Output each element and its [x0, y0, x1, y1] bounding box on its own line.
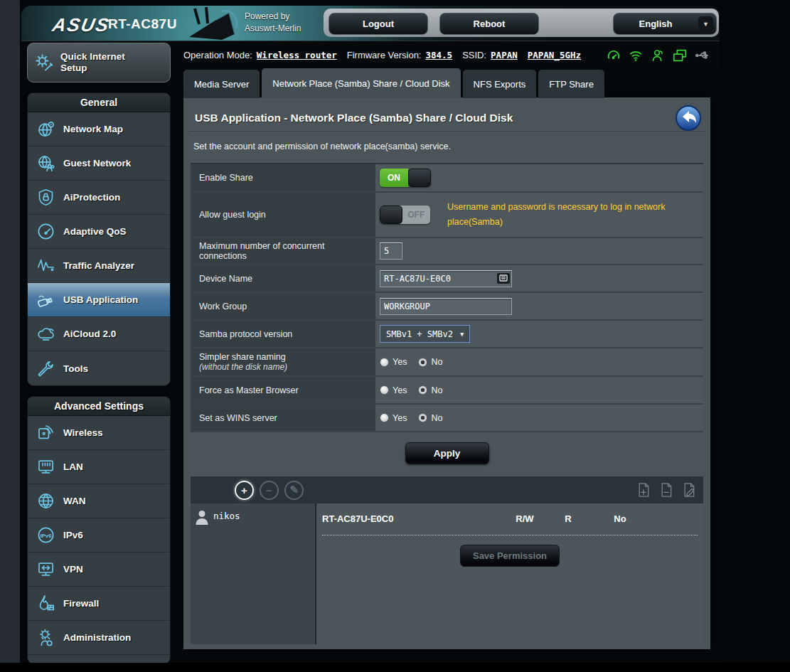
- cloud-icon: [35, 324, 56, 343]
- force-master-row: Force as Master Browser Yes No: [191, 377, 703, 405]
- sidebar-item-label: Administration: [63, 632, 131, 643]
- usb-app-tabs: Media Server Network Place (Samba) Share…: [183, 68, 604, 98]
- wins-yes-radio[interactable]: Yes: [380, 413, 407, 423]
- reboot-button[interactable]: Reboot: [439, 13, 539, 35]
- radio-label: No: [431, 357, 442, 367]
- sidebar-item-label: AiCloud 2.0: [63, 329, 116, 339]
- operation-mode-link[interactable]: Wireless router: [257, 50, 337, 60]
- radio-label: No: [431, 413, 442, 423]
- sidebar-item-ipv6[interactable]: IPv6 IPv6: [28, 518, 170, 553]
- toggle-knob: [380, 206, 402, 224]
- simpler-naming-yes-radio[interactable]: Yes: [380, 357, 407, 367]
- sidebar-item-label: Wireless: [63, 427, 102, 438]
- tab-ftp-share[interactable]: FTP Share: [538, 70, 604, 98]
- sidebar-item-usb-application[interactable]: USB Application: [28, 283, 170, 317]
- ssid-2g-link[interactable]: PAPAN: [491, 50, 518, 60]
- save-permission-button[interactable]: Save Permission: [460, 545, 560, 567]
- add-folder-button[interactable]: [636, 481, 651, 498]
- sidebar-item-lan[interactable]: LAN: [28, 450, 170, 484]
- sidebar-item-firewall[interactable]: Firewall: [28, 587, 170, 621]
- status-text: Operation Mode: Wireless router Firmware…: [183, 42, 591, 68]
- user-name: nikos: [213, 511, 240, 521]
- apply-button[interactable]: Apply: [405, 442, 489, 464]
- sidebar-item-wan[interactable]: WAN: [28, 484, 170, 518]
- router-admin-window: ASUS RT-AC87U Powered by Asuswrt-Merlin …: [21, 6, 720, 672]
- user-list: nikos: [191, 503, 316, 644]
- radio-selected-icon: [418, 358, 427, 367]
- usb-clients-status-icon[interactable]: [672, 48, 688, 63]
- user-list-item[interactable]: nikos: [195, 509, 311, 526]
- tab-samba-share[interactable]: Network Place (Samba) Share / Cloud Disk: [262, 68, 460, 98]
- samba-protocol-value: SMBv1 + SMBv2: [386, 329, 453, 339]
- sidebar-item-label: VPN: [63, 564, 83, 575]
- sidebar-item-aicloud[interactable]: AiCloud 2.0: [28, 317, 170, 351]
- work-group-input[interactable]: [380, 298, 512, 315]
- sidebar-item-guest-network[interactable]: Guest Network: [28, 146, 170, 181]
- sidebar-item-label: USB Application: [63, 294, 138, 305]
- force-master-yes-radio[interactable]: Yes: [380, 385, 407, 395]
- add-user-button[interactable]: +: [235, 481, 254, 500]
- remove-folder-button[interactable]: [659, 481, 673, 498]
- edit-folder-button[interactable]: [682, 481, 696, 498]
- sidebar-item-label: LAN: [63, 462, 83, 472]
- radio-unselected-icon: [380, 385, 389, 395]
- perm-col-r: R: [548, 513, 588, 524]
- advanced-settings-header: Advanced Settings: [28, 397, 170, 416]
- sidebar-item-tools[interactable]: Tools: [28, 351, 170, 385]
- sidebar-item-wireless[interactable]: Wireless: [28, 416, 170, 450]
- samba-settings-table: Enable Share ON Allow guest login OFF Us…: [191, 163, 703, 432]
- firmware-version-link[interactable]: 384.5: [425, 50, 452, 60]
- guest-network-icon: [35, 154, 56, 173]
- accounts-body: nikos RT-AC87U-E0C0 R/W R No Save Permis…: [191, 503, 703, 644]
- allow-guest-toggle[interactable]: OFF: [380, 206, 430, 224]
- ssid-5g-link[interactable]: PAPAN_5GHz: [528, 50, 581, 60]
- allow-guest-label: Allow guest login: [199, 210, 368, 220]
- page-title: USB Application - Network Place (Samba) …: [195, 112, 668, 124]
- chevron-down-icon: ▼: [460, 331, 464, 338]
- perm-col-rw: R/W: [501, 513, 548, 524]
- wifi-status-icon[interactable]: [628, 48, 644, 63]
- language-select[interactable]: English ▼: [613, 13, 717, 35]
- edit-user-button[interactable]: ✎: [284, 481, 304, 500]
- remove-user-button[interactable]: −: [260, 481, 279, 500]
- usb-drive-icon: [35, 290, 56, 309]
- logout-button[interactable]: Logout: [329, 13, 428, 35]
- device-name-input[interactable]: [380, 270, 512, 287]
- sidebar-item-label: IPv6: [63, 530, 83, 540]
- enable-share-toggle[interactable]: ON: [380, 169, 431, 187]
- admin-gear-icon: [35, 628, 56, 647]
- svg-text:IPv6: IPv6: [40, 533, 52, 539]
- general-menu: General Network Map Guest Network AiProt…: [27, 92, 171, 386]
- sidebar-item-label: Traffic Analyzer: [63, 260, 134, 271]
- back-button[interactable]: [673, 103, 703, 133]
- sidebar-item-quick-internet-setup[interactable]: Quick Internet Setup: [27, 43, 171, 82]
- gauge-icon: [35, 222, 56, 241]
- wins-server-row: Set as WINS server Yes No: [191, 405, 703, 432]
- accounts-section: + − ✎: [191, 476, 703, 644]
- sidebar-item-vpn[interactable]: VPN: [28, 553, 170, 587]
- wins-no-radio[interactable]: No: [418, 413, 442, 423]
- tab-nfs-exports[interactable]: NFS Exports: [463, 70, 537, 98]
- samba-protocol-select[interactable]: SMBv1 + SMBv2 ▼: [380, 325, 470, 343]
- lan-icon: [35, 457, 56, 476]
- qos-gauge-icon[interactable]: [606, 48, 621, 63]
- asus-logo: ASUS: [50, 14, 112, 36]
- page-left-margin: [0, 0, 20, 663]
- name-list-icon[interactable]: [497, 273, 510, 284]
- sidebar-item-adaptive-qos[interactable]: Adaptive QoS: [28, 215, 170, 249]
- chevron-down-icon[interactable]: ▼: [698, 16, 713, 31]
- clients-status-icon[interactable]: [650, 48, 666, 63]
- force-master-no-radio[interactable]: No: [418, 385, 442, 395]
- sidebar-item-administration[interactable]: Administration: [28, 621, 170, 655]
- usb-device-status-icon[interactable]: [694, 48, 711, 63]
- device-name-label: Device Name: [199, 274, 368, 284]
- sidebar-item-traffic-analyzer[interactable]: Traffic Analyzer: [28, 249, 170, 283]
- wrench-icon: [35, 359, 56, 378]
- sidebar-item-aiprotection[interactable]: AiProtection: [28, 181, 170, 215]
- max-connections-input[interactable]: [380, 242, 402, 260]
- tab-media-server[interactable]: Media Server: [183, 70, 260, 98]
- simpler-naming-no-radio[interactable]: No: [418, 357, 442, 367]
- sidebar-item-network-map[interactable]: Network Map: [28, 112, 170, 146]
- sidebar-item-label: Adaptive QoS: [63, 226, 127, 237]
- router-model-label: RT-AC87U: [108, 16, 177, 32]
